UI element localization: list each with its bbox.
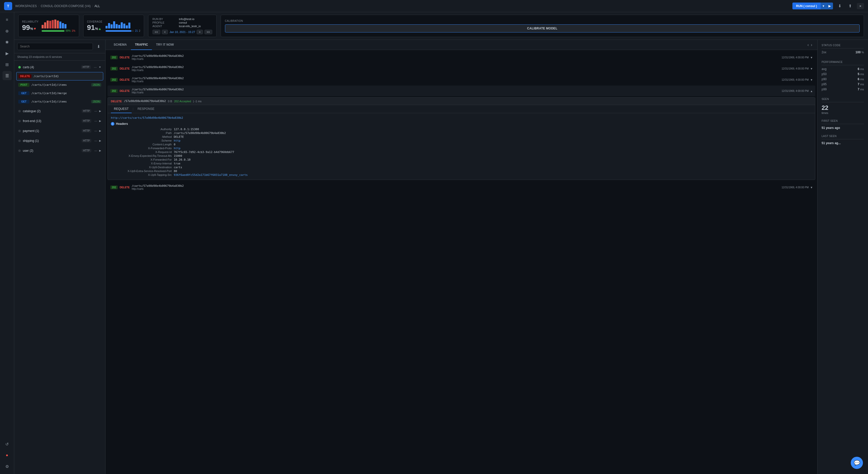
run-play-button[interactable]: ▶	[827, 3, 833, 9]
calibrate-model-button[interactable]: CALIBRATE MODEL	[225, 24, 860, 32]
tab-schema[interactable]: SCHEMA	[110, 40, 131, 50]
sidebar-icon-list[interactable]: ☰	[3, 71, 12, 80]
date-last-button[interactable]: >>	[205, 30, 212, 34]
detail-tab-response[interactable]: RESPONSE	[134, 105, 157, 113]
service-expand-user[interactable]: ▶	[99, 149, 101, 152]
date-first-button[interactable]: <<	[152, 30, 160, 34]
traffic-method-1: DELETE	[120, 56, 130, 59]
service-protocol-user: HTTP	[82, 149, 91, 152]
performance-title: PERFORMANCE	[822, 61, 864, 65]
download-endpoints-button[interactable]: ⬇	[95, 43, 102, 50]
traffic-item-1[interactable]: 202 DELETE /carts/57a98d98e4b00679b4a830…	[107, 52, 815, 63]
sidebar-icon-history[interactable]: ↺	[3, 440, 12, 449]
traffic-expand-5[interactable]: ▾	[811, 185, 812, 189]
download-button[interactable]: ⬇	[836, 3, 843, 9]
service-menu-user[interactable]: ···	[93, 148, 98, 153]
run-button-group: RUN ( consul ) ▾ ▶	[793, 3, 833, 9]
detail-tab-request[interactable]: REQUEST	[111, 105, 132, 113]
traffic-time-1: 12/31/1969, 4:00:00 PM	[781, 56, 809, 59]
service-dot-carts	[18, 66, 21, 68]
service-actions-shipping: ··· ▶	[93, 138, 101, 143]
sidebar-icon-menu[interactable]: ≡	[3, 15, 12, 24]
service-expand-payment[interactable]: ▶	[99, 129, 101, 132]
traffic-expand-1[interactable]: ▾	[811, 56, 812, 59]
service-header-payment[interactable]: payment (1) HTTP ··· ▶	[16, 126, 103, 135]
detail-url[interactable]: http://carts/carts/57a98d98e4b00679b4a83…	[111, 116, 812, 120]
traffic-path-block-1: /carts/57a98d98e4b00679b4a830b2 http://c…	[132, 54, 184, 60]
service-name-carts: carts (4)	[23, 65, 79, 69]
status-code-section: STATUS CODE 2xx 100 %	[822, 44, 864, 56]
endpoint-delete-cartid[interactable]: DELETE /carts/{cartId}	[16, 72, 103, 81]
service-menu-payment[interactable]: ···	[93, 128, 98, 133]
service-menu-frontend[interactable]: ···	[93, 119, 98, 123]
sidebar-icon-asterisk[interactable]: ✱	[3, 37, 12, 47]
chat-button[interactable]: 💬	[851, 457, 863, 469]
traffic-expand-4[interactable]: ▴	[811, 89, 812, 93]
perf-p99-row: p99 7 ms	[822, 88, 864, 91]
date-next-button[interactable]: >	[196, 30, 203, 34]
service-header-carts[interactable]: carts (4) HTTP ··· ▼	[16, 63, 103, 71]
coverage-progress-label: 21	[135, 29, 138, 32]
traffic-path-2: /carts/57a98d98e4b00679b4a830b2	[132, 65, 184, 69]
service-header-catalogue[interactable]: catalogue (2) HTTP ··· ▶	[16, 107, 103, 115]
service-expand-frontend[interactable]: ▶	[99, 120, 101, 122]
service-expand-catalogue[interactable]: ▶	[99, 110, 101, 112]
traffic-sub-4: http://carts	[132, 91, 184, 94]
traffic-item-2[interactable]: 202 DELETE /carts/57a98d98e4b00679b4a830…	[107, 63, 815, 74]
traffic-expand-3[interactable]: ▾	[811, 78, 812, 82]
carts-endpoints: DELETE /carts/{cartId} POST /carts/{cart…	[16, 72, 103, 106]
last-seen-section: LAST SEEN 51 years ag...	[822, 135, 864, 145]
close-button[interactable]: ×	[857, 3, 864, 9]
date-prev-button[interactable]: <	[162, 30, 168, 34]
agent-label: AGENT	[152, 25, 176, 28]
sidebar-icon-record[interactable]: ●	[3, 451, 12, 460]
endpoint-get-items[interactable]: GET /carts/{cartId}/items JSON	[16, 98, 103, 106]
service-menu-shipping[interactable]: ···	[93, 138, 98, 143]
run-dropdown-button[interactable]: ▾	[820, 3, 827, 9]
traffic-path-block-3: /carts/57a98d98e4b00679b4a830b2 http://c…	[132, 77, 184, 83]
traffic-item-3[interactable]: 202 DELETE /carts/57a98d98e4b00679b4a830…	[107, 75, 815, 85]
service-menu-carts[interactable]: ···	[93, 65, 98, 69]
search-input[interactable]	[17, 43, 93, 50]
reliability-arrow: ▼	[33, 27, 37, 31]
service-header-frontend[interactable]: front-end (13) HTTP ··· ▶	[16, 116, 103, 125]
sidebar-icon-play[interactable]: ▶	[3, 49, 12, 58]
run-button[interactable]: RUN ( consul )	[793, 3, 820, 9]
sidebar-icon-add[interactable]: ⊕	[3, 26, 12, 35]
tab-try-it-now[interactable]: TRY IT NOW	[152, 40, 178, 50]
traffic-sub-1: http://carts	[132, 58, 184, 60]
tabs-next-icon[interactable]: ›	[810, 42, 813, 47]
hdr-key-forwarded-for: X-Forwarded-For	[116, 158, 172, 161]
service-header-user[interactable]: user (2) HTTP ··· ▶	[16, 146, 103, 155]
endpoint-path-get-items: /carts/{cartId}/items	[31, 100, 89, 103]
detail-size: 0 B	[168, 100, 172, 103]
status-badge-3: 202	[110, 78, 118, 82]
breadcrumb-workspaces[interactable]: WORKSPACES	[15, 4, 37, 8]
hdr-key-scheme: :Scheme	[116, 139, 172, 142]
sidebar-icon-grid[interactable]: ⊞	[3, 60, 12, 69]
traffic-item-4[interactable]: 202 DELETE /carts/57a98d98e4b00679b4a830…	[107, 86, 815, 96]
run-info-card: RUN BY info@testr.io PROFILE consul AGEN…	[148, 15, 217, 37]
hdr-val-resolved-port: 80	[174, 170, 812, 173]
endpoint-post-cartid-items[interactable]: POST /carts/{cartId}/items JSON	[16, 81, 103, 89]
service-actions-user: ··· ▶	[93, 148, 101, 153]
service-expand-carts[interactable]: ▼	[99, 66, 101, 68]
status-badge-1: 202	[110, 56, 118, 59]
breadcrumb-project[interactable]: CONSUL-DOCKER-COMPOSE (V4)	[40, 4, 91, 8]
traffic-expand-2[interactable]: ▾	[811, 67, 812, 70]
service-header-shipping[interactable]: shipping (1) HTTP ··· ▶	[16, 136, 103, 145]
tabs-prev-icon[interactable]: ‹	[806, 42, 810, 47]
service-actions-catalogue: ··· ▶	[93, 109, 101, 113]
traffic-item-5[interactable]: 202 DELETE /carts/57a98d98e4b00679b4a830…	[107, 182, 815, 192]
tab-traffic[interactable]: TRAFFIC	[131, 40, 152, 50]
share-button[interactable]: ⬆	[846, 3, 854, 9]
service-menu-catalogue[interactable]: ···	[93, 109, 98, 113]
endpoint-get-merge[interactable]: GET /carts/{cartId}/merge	[16, 89, 103, 97]
sidebar-icon-settings[interactable]: ⚙	[3, 462, 12, 471]
perf-p95-key: p95	[822, 83, 827, 86]
service-expand-shipping[interactable]: ▶	[99, 139, 101, 142]
headers-label: Headers	[116, 122, 128, 126]
service-protocol-payment: HTTP	[82, 129, 91, 132]
service-actions-carts: ··· ▼	[93, 65, 101, 69]
perf-p95-val: 7 ms	[858, 83, 864, 86]
